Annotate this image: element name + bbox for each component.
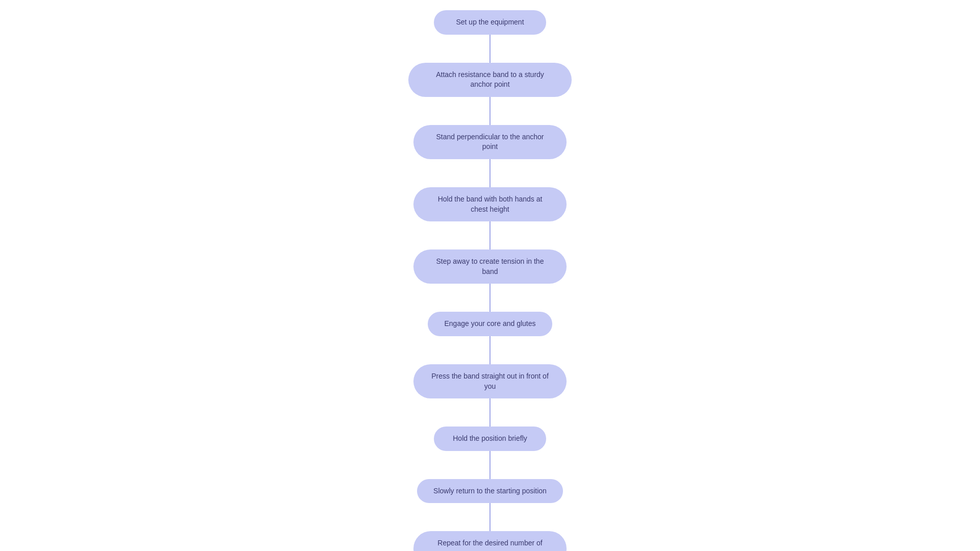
node-9: Slowly return to the starting position bbox=[417, 479, 563, 504]
node-5: Step away to create tension in the band bbox=[413, 249, 567, 284]
flow-connector-2 bbox=[489, 97, 491, 125]
flow-connector-8 bbox=[489, 451, 491, 479]
flow-connector-5 bbox=[489, 284, 491, 312]
node-7: Press the band straight out in front of … bbox=[413, 364, 567, 398]
node-3: Stand perpendicular to the anchor point bbox=[413, 125, 567, 159]
flow-connector-4 bbox=[489, 221, 491, 249]
flowchart: Set up the equipmentAttach resistance ba… bbox=[408, 0, 572, 551]
flow-connector-3 bbox=[489, 159, 491, 187]
node-1: Set up the equipment bbox=[434, 10, 546, 35]
flow-connector-6 bbox=[489, 336, 491, 364]
flow-connector-7 bbox=[489, 398, 491, 427]
node-8: Hold the position briefly bbox=[434, 427, 546, 451]
flow-connector-1 bbox=[489, 35, 491, 63]
node-2: Attach resistance band to a sturdy ancho… bbox=[408, 63, 572, 97]
flow-connector-9 bbox=[489, 503, 491, 531]
node-10: Repeat for the desired number of reps bbox=[413, 531, 567, 551]
node-4: Hold the band with both hands at chest h… bbox=[413, 187, 567, 221]
node-6: Engage your core and glutes bbox=[428, 312, 552, 336]
